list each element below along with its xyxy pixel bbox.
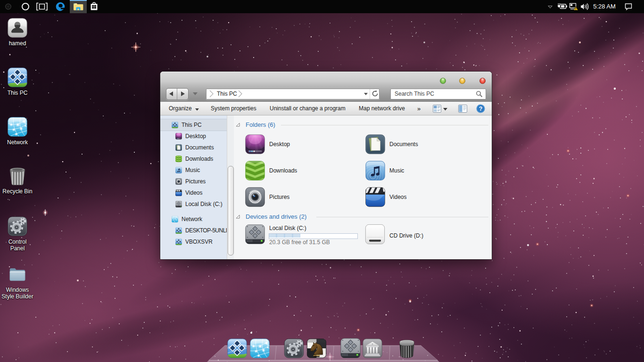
svg-text:?: ?: [479, 106, 483, 112]
